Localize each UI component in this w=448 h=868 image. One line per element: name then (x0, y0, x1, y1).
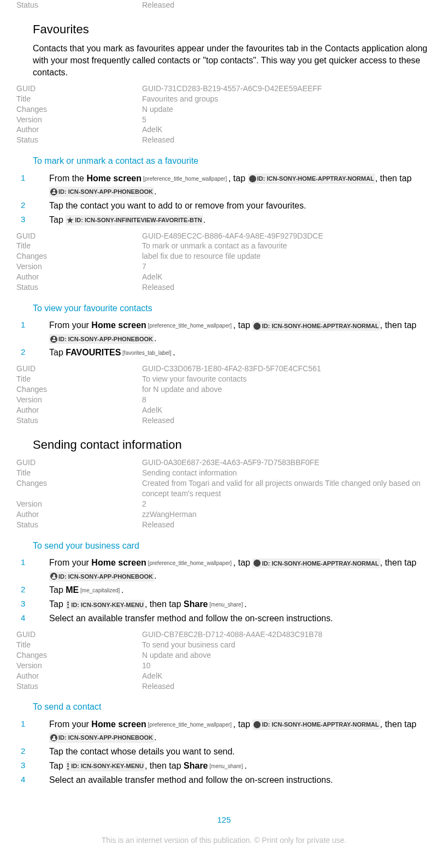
text: . (154, 733, 156, 742)
meta-value: GUID-C33D067B-1E80-4FA2-83FD-5F70E4CFC56… (142, 364, 432, 374)
resource-tag: [favorites_tab_label] (121, 350, 173, 356)
meta-row: TitleTo send your business card (16, 640, 432, 650)
chip-text: ID: ICN-SONY-KEY-MENU (71, 601, 144, 610)
step: From your Home screen [preference_title_… (33, 718, 432, 744)
meta-label: Title (16, 241, 142, 251)
menu-chip: ID: ICN-SONY-KEY-MENU (66, 761, 145, 771)
meta-row: Version2 (16, 499, 432, 509)
meta-label: Title (16, 374, 142, 384)
meta-value: 10 (142, 661, 432, 671)
meta-row: Changesfor N update and above (16, 384, 432, 395)
send-card-meta: GUIDGUID-CB7E8C2B-D712-4088-A4AE-42D483C… (16, 629, 432, 691)
meta-value: N update and above (142, 650, 432, 661)
chip-text: ID: ICN-SONY-HOME-APPTRAY-NORMAL (262, 322, 379, 331)
meta-row: TitleFavourites and groups (16, 94, 432, 104)
meta-row: GUIDGUID-CB7E8C2B-D712-4088-A4AE-42D483C… (16, 629, 432, 640)
meta-value: GUID-0A30E687-263E-4A63-A5F9-7D7583BBF0F… (142, 457, 432, 468)
text: . (154, 187, 156, 196)
favourites-heading: Favourites (33, 21, 432, 38)
text: , tap (233, 720, 253, 729)
step: Tap ★ ID: ICN-SONY-INFINITEVIEW-FAVORITE… (33, 213, 432, 227)
meta-value: GUID-CB7E8C2B-D712-4088-A4AE-42D483C91B7… (142, 629, 432, 640)
meta-value: 5 (142, 115, 432, 125)
chip-text: ID: ICN-SONY-APP-PHONEBOOK (58, 187, 153, 197)
resource-tag: [preference_title_home_wallpaper] (142, 176, 228, 182)
menu-icon (67, 602, 69, 608)
meta-label: Author (16, 671, 142, 681)
text: , then tap (380, 720, 417, 729)
text: Tap (49, 761, 66, 770)
meta-label: Title (16, 640, 142, 650)
apptray-chip: ID: ICN-SONY-HOME-APPTRAY-NORMAL (252, 558, 380, 569)
text: , then tap (380, 320, 417, 330)
meta-value: Released (142, 135, 432, 145)
meta-row: TitleTo mark or unmark a contact as a fa… (16, 241, 432, 251)
meta-row: ChangesN update and above (16, 650, 432, 661)
meta-label: GUID (16, 457, 142, 468)
meta-label: Status (16, 135, 142, 145)
text: Tap (49, 215, 66, 224)
text: , then tap (380, 558, 417, 567)
text: From your (49, 558, 91, 567)
meta-value: label fix due to resource file update (142, 251, 432, 261)
home-screen-label: Home screen (91, 320, 146, 330)
text: , tap (233, 558, 253, 567)
view-fav-meta: GUIDGUID-C33D067B-1E80-4FA2-83FD-5F70E4C… (16, 364, 432, 425)
meta-value: GUID-E489EC2C-B886-4AF4-9A8E-49F9279D3DC… (142, 231, 432, 241)
meta-row: AuthorAdelK (16, 405, 432, 415)
text: , then tap (145, 761, 184, 770)
favourites-description: Contacts that you mark as favourites app… (33, 43, 432, 79)
meta-row: Version5 (16, 115, 432, 125)
meta-label: Title (16, 94, 142, 104)
meta-label: Version (16, 115, 142, 125)
meta-label: Changes (16, 384, 142, 395)
text: , tap (233, 320, 253, 330)
meta-row: StatusReleased (16, 282, 432, 293)
meta-value: 7 (142, 261, 432, 272)
step: Tap the contact you want to add to or re… (33, 199, 432, 212)
text: Tap (49, 599, 66, 609)
meta-label: Changes (16, 478, 142, 499)
meta-label: Version (16, 499, 142, 509)
meta-label: Author (16, 272, 142, 282)
step: From your Home screen [preference_title_… (33, 556, 432, 582)
meta-label: Version (16, 261, 142, 272)
apptray-chip: ID: ICN-SONY-HOME-APPTRAY-NORMAL (252, 321, 380, 331)
meta-row: Version8 (16, 395, 432, 405)
phonebook-chip: ID: ICN-SONY-APP-PHONEBOOK (49, 572, 154, 582)
send-card-steps: From your Home screen [preference_title_… (16, 556, 432, 625)
step: Tap ID: ICN-SONY-KEY-MENU , then tap Sha… (33, 598, 432, 611)
meta-value: To view your favourite contacts (142, 374, 432, 384)
meta-row: TitleSending contact information (16, 468, 432, 478)
mark-fav-meta: GUIDGUID-E489EC2C-B886-4AF4-9A8E-49F9279… (16, 231, 432, 293)
top-meta-table: Status Released (16, 0, 432, 10)
meta-row: StatusReleased (16, 135, 432, 145)
sending-contact-heading: Sending contact information (33, 437, 432, 454)
text: . (154, 571, 156, 580)
step: Select an available transfer method and … (33, 774, 432, 787)
home-screen-label: Home screen (91, 558, 146, 567)
text: , tap (228, 174, 248, 183)
home-screen-label: Home screen (86, 174, 142, 183)
meta-value: AdelK (142, 124, 432, 135)
meta-row: GUIDGUID-0A30E687-263E-4A63-A5F9-7D7583B… (16, 457, 432, 468)
meta-label: GUID (16, 231, 142, 241)
meta-value: AdelK (142, 405, 432, 415)
menu-chip: ID: ICN-SONY-KEY-MENU (66, 600, 145, 610)
step: Select an available transfer method and … (33, 612, 432, 625)
chip-text: ID: ICN-SONY-HOME-APPTRAY-NORMAL (262, 720, 379, 729)
apptray-chip: ID: ICN-SONY-HOME-APPTRAY-NORMAL (248, 174, 375, 184)
apptray-icon (254, 323, 261, 330)
meta-label: Status (16, 520, 142, 530)
meta-label: GUID (16, 629, 142, 640)
meta-row: AuthorAdelK (16, 272, 432, 282)
meta-row: StatusReleased (16, 415, 432, 426)
meta-label: Version (16, 395, 142, 405)
chip-text: ID: ICN-SONY-APP-PHONEBOOK (58, 335, 153, 344)
meta-label: Status (16, 282, 142, 293)
meta-label: GUID (16, 364, 142, 374)
meta-row: GUIDGUID-E489EC2C-B886-4AF4-9A8E-49F9279… (16, 231, 432, 241)
resource-tag: [preference_title_home_wallpaper] (146, 323, 233, 329)
step: Tap the contact whose details you want t… (33, 745, 432, 758)
meta-row: AuthorAdelK (16, 671, 432, 681)
